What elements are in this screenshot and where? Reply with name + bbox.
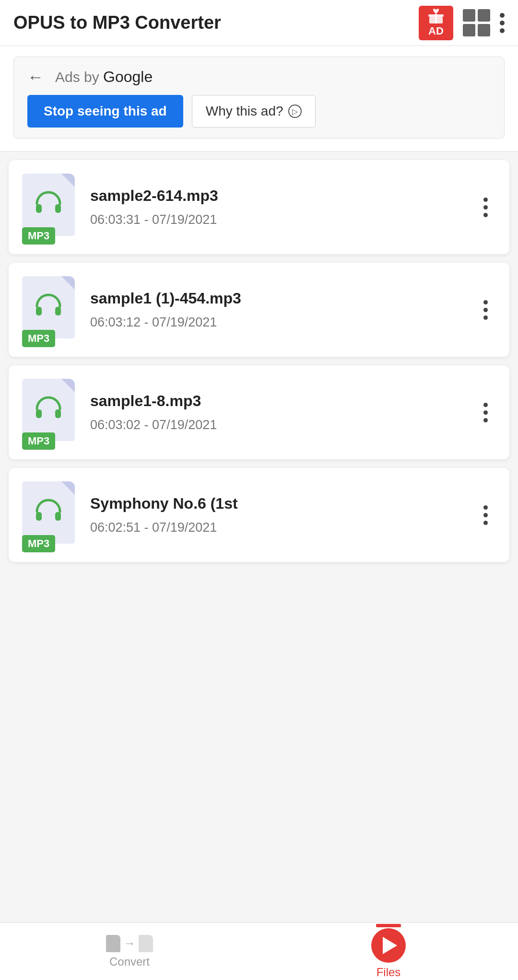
ads-by-google-label: Ads by Google	[55, 68, 153, 86]
mp3-badge: MP3	[22, 432, 55, 450]
file-icon-wrap: MP3	[22, 174, 80, 241]
svg-rect-4	[55, 204, 61, 213]
ad-back-button[interactable]: ←	[27, 68, 44, 86]
convert-icon: →	[106, 935, 153, 952]
file-icon-wrap: MP3	[22, 481, 80, 548]
ad-banner: ← Ads by Google Stop seeing this ad Why …	[0, 46, 518, 152]
file-card[interactable]: MP3 sample1 (1)-454.mp3 06:03:12 - 07/19…	[9, 263, 509, 357]
why-this-ad-button[interactable]: Why this ad? ▷	[192, 95, 316, 128]
svg-rect-5	[36, 307, 42, 315]
file-meta: 06:02:51 - 07/19/2021	[90, 520, 464, 535]
file-icon-wrap: MP3	[22, 276, 80, 343]
headphones-icon	[33, 394, 64, 426]
file-more-button[interactable]	[475, 300, 496, 320]
header-icons: AD	[419, 6, 505, 40]
svg-rect-8	[55, 409, 61, 418]
headphones-icon	[33, 188, 64, 221]
mp3-badge: MP3	[22, 535, 55, 552]
files-label: Files	[377, 966, 401, 979]
svg-rect-6	[55, 307, 61, 315]
nav-files[interactable]: Files	[259, 924, 518, 979]
file-meta: 06:03:02 - 07/19/2021	[90, 418, 464, 432]
mp3-badge: MP3	[22, 330, 55, 347]
svg-rect-2	[435, 14, 437, 23]
file-page	[22, 379, 75, 441]
top-header: OPUS to MP3 Converter AD	[0, 0, 518, 46]
headphones-icon	[33, 291, 64, 324]
svg-rect-9	[36, 512, 42, 521]
file-page	[22, 174, 75, 236]
app-title: OPUS to MP3 Converter	[13, 12, 221, 33]
file-info: sample2-614.mp3 06:03:31 - 07/19/2021	[90, 187, 464, 227]
main-menu-button[interactable]	[500, 13, 505, 33]
file-icon-wrap: MP3	[22, 379, 80, 446]
file-list: MP3 sample2-614.mp3 06:03:31 - 07/19/202…	[0, 152, 518, 571]
file-name: sample1-8.mp3	[90, 392, 464, 410]
mp3-badge: MP3	[22, 227, 55, 245]
files-play-icon	[371, 928, 406, 963]
bottom-nav: → Convert Files	[0, 922, 518, 980]
svg-rect-3	[36, 204, 42, 213]
file-name: sample2-614.mp3	[90, 187, 464, 205]
file-info: sample1 (1)-454.mp3 06:03:12 - 07/19/202…	[90, 290, 464, 330]
ad-gift-icon[interactable]: AD	[419, 6, 453, 40]
stop-seeing-ad-button[interactable]: Stop seeing this ad	[27, 95, 183, 128]
file-more-button[interactable]	[475, 403, 496, 422]
file-card[interactable]: MP3 sample1-8.mp3 06:03:02 - 07/19/2021	[9, 365, 509, 459]
file-page	[22, 481, 75, 544]
convert-label: Convert	[109, 955, 150, 968]
file-name: sample1 (1)-454.mp3	[90, 290, 464, 307]
file-meta: 06:03:31 - 07/19/2021	[90, 212, 464, 227]
file-card[interactable]: MP3 sample2-614.mp3 06:03:31 - 07/19/202…	[9, 160, 509, 254]
file-page	[22, 276, 75, 338]
file-info: Symphony No.6 (1st 06:02:51 - 07/19/2021	[90, 495, 464, 535]
file-meta: 06:03:12 - 07/19/2021	[90, 315, 464, 330]
file-more-button[interactable]	[475, 198, 496, 217]
grid-icon[interactable]	[463, 9, 490, 36]
ad-label: AD	[428, 25, 444, 37]
file-more-button[interactable]	[475, 505, 496, 525]
file-name: Symphony No.6 (1st	[90, 495, 464, 513]
files-stack-icon	[371, 924, 406, 963]
svg-rect-10	[55, 512, 61, 521]
why-icon: ▷	[288, 105, 302, 118]
file-info: sample1-8.mp3 06:03:02 - 07/19/2021	[90, 392, 464, 432]
svg-rect-7	[36, 409, 42, 418]
headphones-icon	[33, 496, 64, 529]
nav-convert[interactable]: → Convert	[0, 935, 259, 968]
file-card[interactable]: MP3 Symphony No.6 (1st 06:02:51 - 07/19/…	[9, 468, 509, 562]
